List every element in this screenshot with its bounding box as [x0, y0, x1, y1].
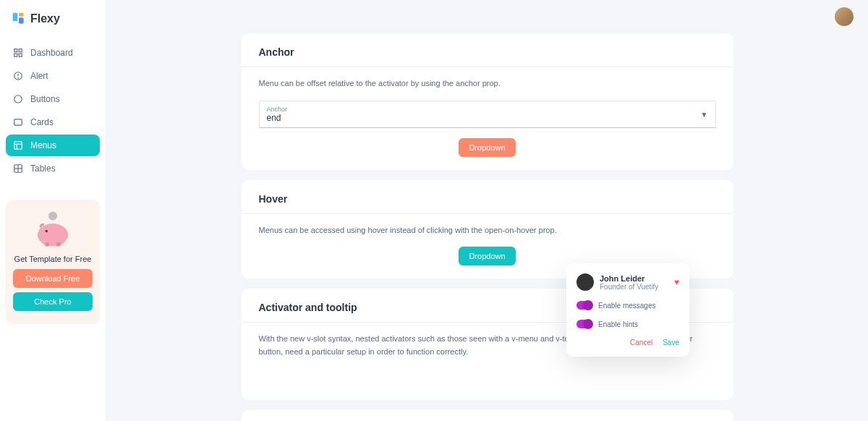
card-desc: Menus can be accessed using hover instea…	[259, 224, 716, 237]
anchor-select[interactable]: Anchor end ▼	[259, 101, 716, 128]
sidebar-item-label: Cards	[30, 117, 54, 127]
toggle-label: Enable hints	[598, 320, 638, 328]
menus-icon	[13, 140, 23, 150]
logo-icon	[12, 12, 26, 26]
dropdown-button[interactable]: Dropdown	[459, 138, 515, 157]
card-title: Anchor	[259, 46, 716, 58]
sidebar-item-label: Buttons	[30, 94, 60, 104]
sidebar-item-tables[interactable]: Tables	[6, 158, 100, 179]
profile-name: John Leider	[600, 274, 658, 283]
sidebar-item-cards[interactable]: Cards	[6, 111, 100, 133]
promo-card: Get Template for Free Download Free Chec…	[6, 200, 100, 324]
svg-rect-6	[19, 54, 22, 56]
piggy-bank-icon	[27, 208, 78, 249]
toggle-hints[interactable]	[576, 320, 592, 328]
divider	[242, 213, 733, 214]
svg-rect-12	[14, 142, 22, 150]
sidebar-item-dashboard[interactable]: Dashboard	[6, 42, 100, 64]
toggle-messages-row: Enable messages	[576, 301, 679, 310]
sidebar-item-menus[interactable]: Menus	[6, 135, 100, 156]
sidebar-item-label: Menus	[30, 140, 56, 150]
sidebar-item-label: Dashboard	[30, 48, 73, 58]
download-free-button[interactable]: Download Free	[13, 269, 93, 288]
sidebar: Flexy Dashboard Alert Buttons Cards Menu…	[0, 0, 106, 421]
svg-rect-4	[19, 49, 22, 52]
popover-panel: John Leider Founder of Vuetify ♥ Enable …	[566, 263, 689, 357]
svg-point-9	[18, 78, 19, 79]
svg-rect-5	[14, 54, 17, 56]
topbar	[106, 0, 868, 33]
toggle-messages[interactable]	[576, 301, 592, 310]
svg-rect-3	[14, 49, 17, 52]
chevron-down-icon: ▼	[701, 110, 708, 118]
cards-icon	[13, 117, 23, 127]
svg-point-20	[61, 230, 69, 240]
card-title: Hover	[259, 193, 716, 205]
main-content: Anchor Menu can be offset relative to th…	[106, 0, 868, 421]
anchor-card: Anchor Menu can be offset relative to th…	[242, 33, 733, 170]
brand: Flexy	[6, 9, 100, 38]
dashboard-icon	[13, 48, 23, 58]
svg-rect-2	[19, 17, 24, 23]
toggle-hints-row: Enable hints	[576, 320, 679, 328]
toggle-label: Enable messages	[598, 302, 656, 310]
select-label: Anchor	[267, 106, 708, 113]
svg-point-21	[46, 230, 48, 233]
save-button[interactable]: Save	[663, 339, 679, 346]
svg-point-18	[48, 211, 57, 220]
popover-header: John Leider Founder of Vuetify ♥	[576, 273, 679, 291]
svg-rect-1	[19, 13, 24, 17]
heart-icon[interactable]: ♥	[674, 277, 679, 287]
popover-actions: Cancel Save	[576, 339, 679, 346]
brand-text: Flexy	[30, 12, 60, 25]
svg-rect-22	[46, 242, 49, 246]
cancel-button[interactable]: Cancel	[630, 339, 652, 346]
check-pro-button[interactable]: Check Pro	[13, 292, 93, 311]
select-value: end	[267, 113, 708, 123]
tables-icon	[13, 163, 23, 174]
sidebar-item-label: Tables	[30, 163, 56, 174]
popover-card: Popover A menu can be configured to be s…	[242, 410, 733, 421]
profile-avatar	[576, 273, 594, 291]
alert-icon	[13, 71, 23, 81]
card-desc: Menu can be offset relative to the activ…	[259, 77, 716, 90]
buttons-icon	[13, 94, 23, 104]
svg-rect-11	[14, 119, 22, 125]
profile-subtitle: Founder of Vuetify	[600, 283, 658, 291]
promo-title: Get Template for Free	[13, 255, 93, 263]
svg-rect-23	[56, 242, 60, 246]
svg-point-10	[14, 95, 22, 103]
dropdown-button[interactable]: Dropdown	[459, 247, 515, 265]
sidebar-item-buttons[interactable]: Buttons	[6, 88, 100, 110]
user-avatar[interactable]	[835, 7, 854, 26]
svg-rect-0	[13, 13, 18, 22]
sidebar-item-alert[interactable]: Alert	[6, 65, 100, 87]
divider	[242, 67, 733, 67]
nav: Dashboard Alert Buttons Cards Menus Tabl…	[6, 42, 100, 179]
sidebar-item-label: Alert	[30, 71, 48, 81]
